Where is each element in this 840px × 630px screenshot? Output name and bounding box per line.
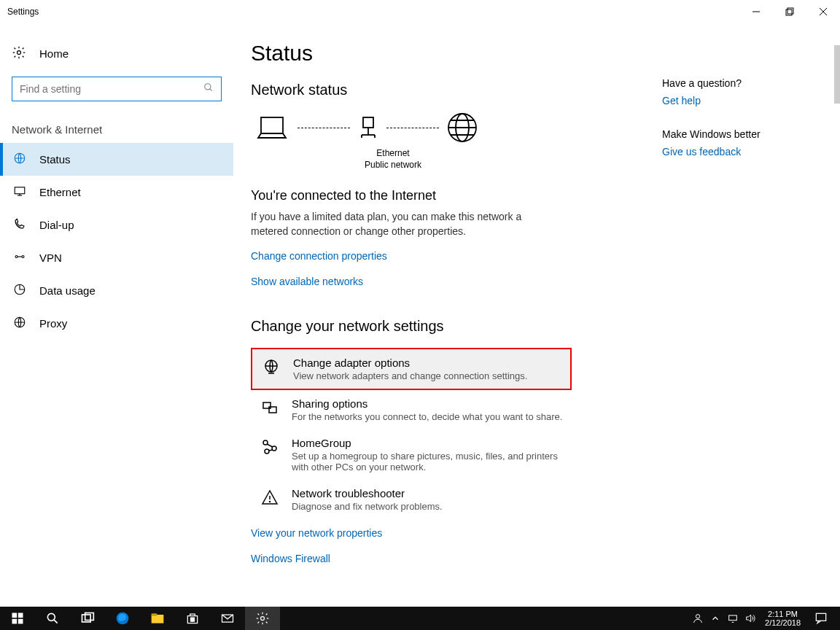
taskbar-clock[interactable]: 2:11 PM 2/12/2018 bbox=[759, 607, 806, 630]
volume-icon[interactable] bbox=[742, 612, 759, 624]
svg-line-33 bbox=[267, 444, 273, 447]
search-input[interactable] bbox=[20, 83, 195, 95]
svg-rect-43 bbox=[82, 615, 91, 622]
svg-point-12 bbox=[15, 256, 18, 258]
svg-rect-49 bbox=[192, 618, 194, 619]
system-tray bbox=[689, 607, 759, 630]
setting-desc: Diagnose and fix network problems. bbox=[292, 501, 443, 512]
sharing-options-item[interactable]: Sharing options For the networks you con… bbox=[251, 390, 572, 429]
monitor-icon bbox=[13, 184, 26, 200]
window-titlebar: Settings bbox=[0, 0, 840, 23]
give-feedback-link[interactable]: Give us feedback bbox=[662, 146, 822, 158]
svg-rect-44 bbox=[85, 613, 94, 621]
vpn-icon bbox=[13, 250, 26, 265]
svg-rect-18 bbox=[363, 117, 373, 128]
taskbar-date: 2/12/2018 bbox=[765, 618, 801, 627]
scrollbar[interactable] bbox=[834, 45, 840, 104]
show-desktop-button[interactable] bbox=[836, 607, 840, 630]
svg-point-32 bbox=[265, 449, 269, 454]
svg-rect-37 bbox=[12, 613, 18, 618]
sidebar: Home Network & Internet Status Ethernet … bbox=[0, 23, 233, 607]
sidebar-item-label: Dial-up bbox=[39, 219, 74, 231]
chevron-up-icon[interactable] bbox=[707, 613, 724, 623]
laptop-icon bbox=[254, 113, 290, 142]
diagram-labels: Ethernet Public network bbox=[338, 148, 448, 171]
svg-line-42 bbox=[54, 620, 58, 623]
view-network-properties-link[interactable]: View your network properties bbox=[251, 527, 382, 539]
store-button[interactable] bbox=[175, 607, 210, 630]
adapter-name: Ethernet bbox=[338, 148, 448, 160]
svg-rect-46 bbox=[152, 615, 164, 623]
search-button[interactable] bbox=[35, 607, 70, 630]
change-settings-heading: Change your network settings bbox=[251, 318, 825, 335]
svg-point-53 bbox=[696, 615, 699, 618]
svg-point-6 bbox=[205, 84, 211, 90]
make-windows-better-label: Make Windows better bbox=[662, 128, 822, 140]
chart-icon bbox=[13, 283, 26, 298]
minimize-button[interactable] bbox=[739, 0, 773, 23]
svg-rect-2 bbox=[788, 8, 793, 14]
maximize-button[interactable] bbox=[773, 0, 806, 23]
sidebar-item-dialup[interactable]: Dial-up bbox=[0, 209, 233, 241]
switch-icon bbox=[357, 113, 379, 142]
connected-body: If you have a limited data plan, you can… bbox=[251, 209, 550, 239]
page-title: Status bbox=[251, 41, 825, 66]
change-connection-properties-link[interactable]: Change connection properties bbox=[251, 250, 387, 262]
setting-desc: Set up a homegroup to share pictures, mu… bbox=[292, 451, 564, 472]
svg-rect-17 bbox=[261, 117, 283, 133]
network-type: Public network bbox=[338, 160, 448, 171]
network-tray-icon[interactable] bbox=[724, 612, 742, 624]
close-button[interactable] bbox=[806, 0, 840, 23]
category-header: Network & Internet bbox=[0, 117, 233, 143]
windows-firewall-link[interactable]: Windows Firewall bbox=[251, 553, 330, 564]
start-button[interactable] bbox=[0, 607, 35, 630]
svg-rect-51 bbox=[192, 620, 194, 621]
svg-point-5 bbox=[18, 51, 21, 55]
sidebar-item-ethernet[interactable]: Ethernet bbox=[0, 176, 233, 209]
svg-rect-38 bbox=[18, 613, 23, 618]
sidebar-item-proxy[interactable]: Proxy bbox=[0, 307, 233, 340]
task-view-button[interactable] bbox=[70, 607, 105, 630]
get-help-link[interactable]: Get help bbox=[662, 95, 822, 106]
sidebar-item-vpn[interactable]: VPN bbox=[0, 241, 233, 274]
action-center-button[interactable] bbox=[806, 607, 836, 630]
setting-title: Sharing options bbox=[292, 397, 562, 410]
phone-icon bbox=[13, 217, 26, 233]
svg-point-13 bbox=[22, 256, 24, 258]
setting-desc: For the networks you connect to, decide … bbox=[292, 411, 562, 422]
sidebar-item-label: Status bbox=[39, 153, 71, 166]
svg-rect-40 bbox=[18, 619, 23, 624]
window-title: Settings bbox=[7, 7, 39, 17]
setting-title: HomeGroup bbox=[292, 437, 564, 449]
sidebar-item-status[interactable]: Status bbox=[0, 143, 233, 176]
edge-browser-button[interactable] bbox=[105, 607, 140, 630]
home-label: Home bbox=[39, 47, 69, 60]
file-explorer-button[interactable] bbox=[140, 607, 175, 630]
svg-rect-47 bbox=[152, 613, 158, 615]
warning-icon bbox=[261, 487, 279, 509]
svg-rect-50 bbox=[191, 620, 192, 621]
homegroup-item[interactable]: HomeGroup Set up a homegroup to share pi… bbox=[251, 429, 572, 480]
globe-adapter-icon bbox=[262, 357, 280, 378]
people-icon[interactable] bbox=[689, 612, 707, 624]
home-button[interactable]: Home bbox=[0, 38, 233, 69]
sidebar-item-datausage[interactable]: Data usage bbox=[0, 274, 233, 307]
settings-taskbar-button[interactable] bbox=[245, 607, 280, 630]
show-available-networks-link[interactable]: Show available networks bbox=[251, 276, 363, 287]
globe-icon bbox=[13, 316, 26, 331]
taskbar: 2:11 PM 2/12/2018 bbox=[0, 607, 840, 630]
setting-title: Network troubleshooter bbox=[292, 487, 443, 499]
setting-title: Change adapter options bbox=[293, 357, 527, 369]
network-troubleshooter-item[interactable]: Network troubleshooter Diagnose and fix … bbox=[251, 480, 572, 519]
svg-point-52 bbox=[261, 617, 265, 621]
mail-button[interactable] bbox=[210, 607, 245, 630]
svg-rect-54 bbox=[729, 615, 737, 621]
gear-icon bbox=[12, 45, 26, 62]
svg-line-7 bbox=[210, 89, 212, 91]
sidebar-item-label: VPN bbox=[39, 252, 62, 264]
change-adapter-options-item[interactable]: Change adapter options View network adap… bbox=[251, 348, 572, 390]
search-box[interactable] bbox=[12, 77, 222, 101]
sharing-icon bbox=[261, 397, 279, 419]
taskbar-time: 2:11 PM bbox=[768, 610, 798, 618]
svg-rect-48 bbox=[191, 618, 192, 619]
